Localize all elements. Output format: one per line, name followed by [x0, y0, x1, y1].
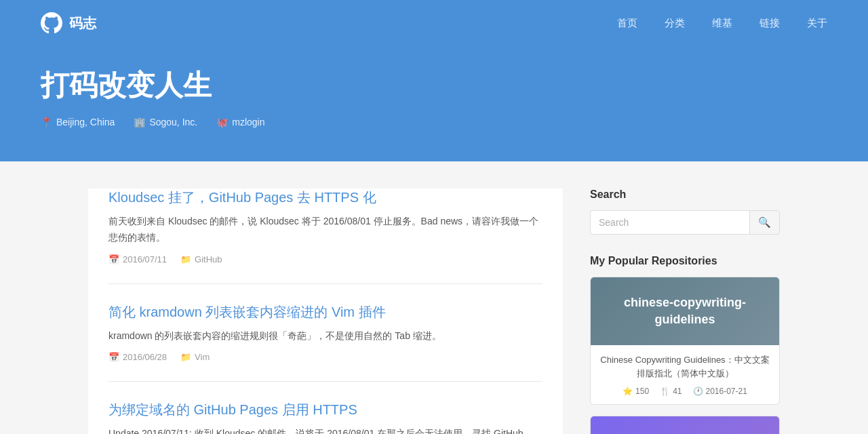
post-date-2: 📅 2016/06/28 — [108, 352, 167, 362]
hero-meta: 📍 Beijing, China 🏢 Sogou, Inc. 🐙 mzlogin — [41, 117, 827, 127]
calendar-icon-1: 📅 — [108, 254, 119, 264]
search-input[interactable] — [590, 210, 749, 235]
search-title: Search — [590, 189, 780, 201]
company-text: Sogou, Inc. — [149, 117, 197, 127]
search-box: 🔍 — [590, 210, 780, 235]
calendar-icon-2: 📅 — [108, 352, 119, 362]
forks-count-1: 41 — [673, 387, 682, 396]
popular-repos-section: My Popular Repositories chinese-copywrit… — [590, 255, 780, 434]
nav-links-item[interactable]: 链接 — [760, 17, 780, 28]
category-text-1: GitHub — [195, 254, 222, 264]
post-category-1: 📁 GitHub — [180, 254, 222, 264]
main-container: Kloudsec 挂了，GitHub Pages 去 HTTPS 化 前天收到来… — [47, 161, 821, 434]
repo-card-2 — [590, 416, 780, 434]
nav-wiki[interactable]: 维基 — [712, 17, 732, 28]
meta-company: 🏢 Sogou, Inc. — [134, 117, 197, 127]
search-section: Search 🔍 — [590, 189, 780, 235]
popular-repos-title: My Popular Repositories — [590, 255, 780, 267]
github-icon — [41, 12, 62, 34]
location-text: Beijing, China — [56, 117, 115, 127]
github-profile-icon: 🐙 — [216, 117, 228, 127]
post-item: Kloudsec 挂了，GitHub Pages 去 HTTPS 化 前天收到来… — [108, 189, 542, 284]
folder-icon-1: 📁 — [180, 254, 191, 264]
post-excerpt-3: Update 2016/07/11: 收到 Kloudsec 的邮件，说将于 2… — [108, 426, 542, 434]
star-icon: ⭐ — [623, 387, 633, 396]
category-text-2: Vim — [195, 352, 210, 362]
post-item: 简化 kramdown 列表嵌套内容缩进的 Vim 插件 kramdown 的列… — [108, 284, 542, 382]
hero-content: 打码改变人生 📍 Beijing, China 🏢 Sogou, Inc. 🐙 … — [0, 46, 868, 161]
hero-title: 打码改变人生 — [41, 66, 827, 104]
hero-section: 码志 首页 分类 维基 链接 关于 打码改变人生 📍 Beijing, Chin… — [0, 0, 868, 161]
posts-area: Kloudsec 挂了，GitHub Pages 去 HTTPS 化 前天收到来… — [88, 189, 563, 434]
nav-about[interactable]: 关于 — [807, 17, 827, 28]
github-username: mzlogin — [232, 117, 264, 127]
nav-categories[interactable]: 分类 — [665, 17, 685, 28]
repo-forks-1: 🍴 41 — [660, 387, 682, 396]
repo-stats-1: ⭐ 150 🍴 41 🕐 2016-07-21 — [600, 387, 770, 396]
post-meta-1: 📅 2016/07/11 📁 GitHub — [108, 254, 542, 264]
repo-card-body-1: Chinese Copywriting Guidelines：中文文案排版指北（… — [591, 345, 779, 404]
post-excerpt-2: kramdown 的列表嵌套内容的缩进规则很「奇葩」，不是使用自然的 Tab 缩… — [108, 328, 542, 344]
date-text-1: 2016/07/11 — [123, 254, 167, 264]
post-category-2: 📁 Vim — [180, 352, 210, 362]
post-excerpt-1: 前天收到来自 Kloudsec 的邮件，说 Kloudsec 将于 2016/0… — [108, 214, 542, 246]
updated-date-1: 2016-07-21 — [706, 387, 747, 396]
post-title-2[interactable]: 简化 kramdown 列表嵌套内容缩进的 Vim 插件 — [108, 303, 542, 321]
site-name: 码志 — [69, 14, 96, 33]
repo-stars-1: ⭐ 150 — [623, 387, 649, 396]
company-icon: 🏢 — [134, 117, 145, 127]
fork-icon: 🍴 — [660, 387, 670, 396]
nav-home[interactable]: 首页 — [617, 17, 637, 28]
post-title-1[interactable]: Kloudsec 挂了，GitHub Pages 去 HTTPS 化 — [108, 189, 542, 207]
post-meta-2: 📅 2016/06/28 📁 Vim — [108, 352, 542, 362]
clock-icon: 🕐 — [693, 387, 703, 396]
post-date-1: 📅 2016/07/11 — [108, 254, 167, 264]
stars-count-1: 150 — [635, 387, 649, 396]
repo-updated-1: 🕐 2016-07-21 — [693, 387, 747, 396]
meta-location: 📍 Beijing, China — [41, 117, 115, 127]
nav-links: 首页 分类 维基 链接 关于 — [617, 17, 827, 30]
repo-card-image-2 — [591, 416, 779, 434]
repo-card-1: chinese-copywriting-guidelines Chinese C… — [590, 277, 780, 405]
repo-desc-1: Chinese Copywriting Guidelines：中文文案排版指北（… — [600, 353, 770, 380]
repo-name-1: chinese-copywriting-guidelines — [597, 294, 772, 328]
post-item: 为绑定域名的 GitHub Pages 启用 HTTPS Update 2016… — [108, 382, 542, 434]
date-text-2: 2016/06/28 — [123, 352, 167, 362]
site-logo[interactable]: 码志 — [41, 12, 96, 34]
search-button[interactable]: 🔍 — [749, 210, 780, 235]
meta-github: 🐙 mzlogin — [216, 117, 264, 127]
search-icon: 🔍 — [758, 216, 771, 228]
sidebar: Search 🔍 My Popular Repositories chinese… — [590, 189, 780, 434]
nav-bar: 码志 首页 分类 维基 链接 关于 — [0, 0, 868, 46]
repo-card-image-1: chinese-copywriting-guidelines — [591, 277, 779, 345]
post-title-3[interactable]: 为绑定域名的 GitHub Pages 启用 HTTPS — [108, 401, 542, 419]
main-wrapper: Kloudsec 挂了，GitHub Pages 去 HTTPS 化 前天收到来… — [0, 161, 868, 434]
location-icon: 📍 — [41, 117, 52, 127]
folder-icon-2: 📁 — [180, 352, 191, 362]
